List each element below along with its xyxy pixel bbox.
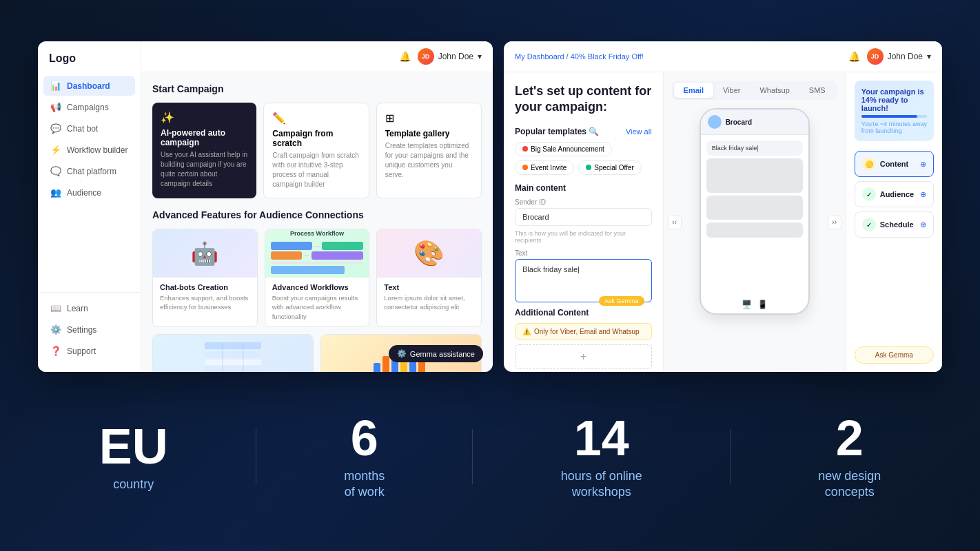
bell-icon[interactable]: 🔔	[848, 51, 860, 62]
step-left: 🟡 Content	[862, 157, 909, 171]
add-content-button[interactable]: +	[515, 344, 652, 369]
sidebar: Logo 📊 Dashboard 📢 Campaigns 💬 Chat bot …	[38, 41, 141, 372]
svg-rect-6	[374, 363, 380, 372]
card-template[interactable]: ⊞ Template gallery Create templates opti…	[376, 103, 482, 198]
stat-eu: EU country	[99, 422, 168, 492]
feature-table[interactable]: Table Creation Lorem ipsum dolor sit ame…	[152, 334, 314, 372]
stat-divider	[472, 429, 473, 484]
sidebar-item-chatbot[interactable]: 💬 Chat bot	[43, 118, 135, 138]
learn-icon: 📖	[50, 303, 61, 313]
text-label: Text	[515, 249, 652, 257]
feature-title: Text	[384, 283, 474, 291]
step-icon: ✓	[862, 187, 876, 201]
text-textarea-wrapper: Black friday sale| Ask Gemma	[515, 259, 652, 302]
breadcrumb-base: My Dashboard	[515, 52, 564, 61]
step-audience[interactable]: ✓ Audience ⊕	[855, 181, 934, 207]
bell-icon[interactable]: 🔔	[399, 51, 411, 62]
phone-mobile-icon[interactable]: 📱	[757, 300, 768, 309]
ask-gemma-button[interactable]: Ask Gemma	[599, 296, 644, 306]
tab-sms[interactable]: SMS	[799, 83, 835, 98]
feature-workflows[interactable]: Process Workflow Advanced Workflows Boos…	[265, 229, 370, 327]
nav-arrow-right[interactable]: ››	[828, 216, 841, 229]
breadcrumb-current: 40% Black Friday Off!	[571, 52, 644, 61]
chip-event[interactable]: Event Invite	[515, 160, 574, 175]
sidebar-item-label: Audience	[67, 188, 101, 198]
sidebar-item-support[interactable]: ❓ Support	[43, 341, 135, 361]
sidebar-item-chatplatform[interactable]: 🗨️ Chat platform	[43, 161, 135, 181]
card-ai-campaign[interactable]: ✨ AI-powered auto campaign Use your AI a…	[152, 103, 256, 198]
view-all-link[interactable]: View all	[626, 127, 652, 136]
user-name: John Doe	[438, 52, 473, 61]
chip-big-sale[interactable]: Big Sale Announcement	[515, 142, 612, 156]
popular-templates-header: Popular templates 🔍 View all	[515, 127, 652, 136]
sidebar-item-label: Workflow builder	[67, 145, 127, 155]
sidebar-item-settings[interactable]: ⚙️ Settings	[43, 320, 135, 340]
svg-rect-3	[205, 367, 261, 372]
sidebar-item-label: Dashboard	[67, 81, 110, 91]
tab-viber[interactable]: Viber	[713, 83, 750, 98]
step-schedule[interactable]: ✓ Schedule ⊕	[855, 211, 934, 238]
right-body: Let's set up content for your campaign: …	[504, 72, 942, 372]
stat-label: hours of onlineworkshops	[561, 468, 642, 501]
feature-desc: Enhances support, and boosts efficiency …	[160, 293, 250, 312]
feature-text[interactable]: 🎨 Text Lorem ipsum dolor sit amet, conse…	[376, 229, 482, 327]
scratch-icon: ✏️	[272, 112, 360, 125]
sidebar-item-label: Settings	[67, 325, 96, 335]
advanced-features-title: Advanced Features for Audience Connectio…	[152, 209, 482, 220]
chip-offer[interactable]: Special Offer	[578, 160, 642, 175]
ready-progress	[861, 115, 927, 118]
warning-icon: ⚠️	[522, 328, 531, 335]
phone-sender: Brocard	[726, 118, 752, 126]
sidebar-item-audience[interactable]: 👥 Audience	[43, 183, 135, 202]
right-topbar: My Dashboard / 40% Black Friday Off! 🔔 J…	[504, 41, 942, 72]
chip-dot	[522, 165, 528, 170]
sidebar-item-dashboard[interactable]: 📊 Dashboard	[43, 76, 135, 96]
stat-number: 14	[561, 413, 642, 463]
phone-footer: 🖥️ 📱	[701, 295, 808, 313]
ask-gemma-float-button[interactable]: Ask Gemma	[855, 346, 934, 364]
user-menu[interactable]: JD John Doe ▾	[867, 48, 931, 65]
chip-label: Event Invite	[531, 164, 566, 171]
card-scratch[interactable]: ✏️ Campaign from scratch Craft campaign …	[263, 103, 369, 198]
gemma-assistance-button[interactable]: ⚙️ Gemma assistance	[389, 345, 483, 362]
campaign-body: Start Campaign ✨ AI-powered auto campaig…	[141, 72, 493, 372]
card-title: AI-powered auto campaign	[161, 128, 248, 147]
ready-bar	[861, 115, 917, 118]
workflow-icon: ⚡	[50, 145, 61, 155]
step-expand-icon[interactable]: ⊕	[920, 220, 926, 229]
svg-rect-2	[205, 360, 261, 365]
sidebar-item-workflow[interactable]: ⚡ Workflow builder	[43, 140, 135, 160]
feature-chatbots[interactable]: 🤖 Chat-bots Creation Enhances support, a…	[152, 229, 258, 327]
sidebar-item-campaigns[interactable]: 📢 Campaigns	[43, 97, 135, 117]
right-panel: My Dashboard / 40% Black Friday Off! 🔔 J…	[504, 41, 942, 372]
sidebar-item-label: Chat platform	[67, 167, 116, 176]
phone-desktop-icon[interactable]: 🖥️	[742, 300, 752, 309]
stat-label: new designconcepts	[818, 468, 881, 501]
ready-title: Your campaign is 14% ready to launch!	[861, 87, 927, 112]
step-content[interactable]: 🟡 Content ⊕	[855, 151, 934, 177]
tab-email[interactable]: Email	[674, 83, 713, 98]
svg-rect-1	[205, 352, 261, 357]
sidebar-item-learn[interactable]: 📖 Learn	[43, 298, 135, 318]
step-label: Schedule	[880, 220, 914, 229]
sender-input[interactable]	[515, 208, 652, 226]
textarea-content[interactable]: Black friday sale|	[522, 265, 644, 296]
step-expand-icon[interactable]: ⊕	[920, 190, 926, 199]
stat-number: 2	[818, 413, 881, 463]
main-content: 🔔 JD John Doe ▾ Start Campaign ✨ AI-powe…	[141, 41, 493, 372]
tab-whatsup[interactable]: Whatsup	[750, 83, 799, 98]
gemma-label: Gemma assistance	[410, 350, 475, 358]
stat-divider	[730, 429, 731, 484]
user-menu[interactable]: JD John Doe ▾	[418, 48, 482, 65]
avatar: JD	[867, 48, 884, 65]
campaigns-icon: 📢	[50, 102, 61, 112]
nav-arrow-left[interactable]: ‹‹	[668, 216, 682, 229]
stat-concepts: 2 new designconcepts	[818, 413, 881, 501]
sidebar-item-label: Support	[67, 346, 96, 356]
stat-divider	[256, 429, 256, 484]
card-desc: Create templates optimized for your camp…	[385, 141, 473, 180]
step-expand-icon[interactable]: ⊕	[920, 160, 926, 169]
sidebar-nav: 📊 Dashboard 📢 Campaigns 💬 Chat bot ⚡ Wor…	[38, 76, 141, 287]
phone-body: Black friday sale|	[701, 135, 808, 295]
feature-body: Text Lorem ipsum dolor sit amet, consect…	[377, 278, 481, 318]
